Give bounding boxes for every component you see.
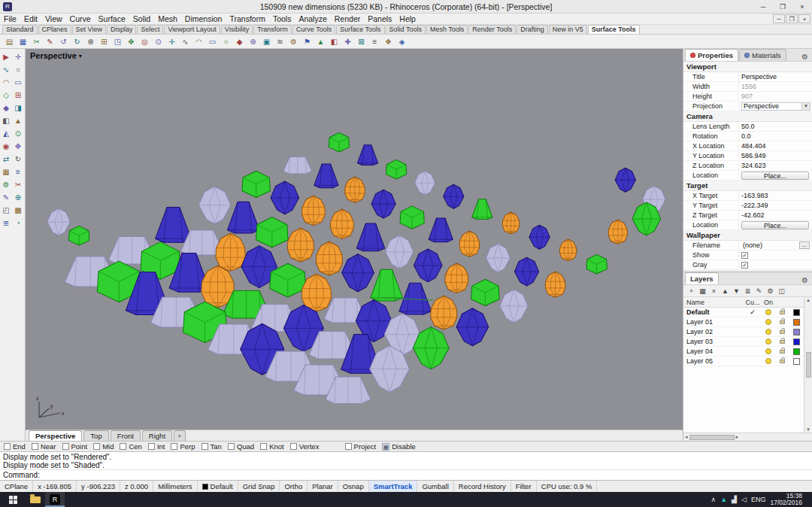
scene-shape-pod[interactable] (559, 239, 576, 261)
scene-shape-gem[interactable] (271, 181, 298, 214)
toolbar-icon[interactable]: ⊙ (152, 35, 165, 48)
scene-shape-pod[interactable] (445, 263, 468, 293)
sidebar-tool-icon[interactable]: ✎ (0, 191, 12, 203)
viewport-tab-right[interactable]: Right (142, 430, 172, 441)
language-indicator[interactable]: ENG (751, 496, 766, 503)
layer-visibility-toggle[interactable] (762, 348, 775, 354)
sidebar-tool-icon[interactable]: ↻ (12, 153, 24, 165)
menu-curve[interactable]: Curve (66, 14, 95, 23)
sidebar-tool-icon[interactable]: ✂ (12, 178, 24, 190)
menu-dimension[interactable]: Dimension (181, 14, 226, 23)
toolbar-tab-transform[interactable]: Transform (253, 25, 292, 34)
scene-shape-gem[interactable] (371, 190, 395, 218)
scene-shape-box[interactable] (586, 254, 607, 274)
scene-shape-cone[interactable] (357, 145, 377, 165)
toolbar-tab-drafting[interactable]: Drafting (517, 25, 548, 34)
layer-color-swatch[interactable] (789, 348, 804, 355)
sidebar-tool-icon[interactable]: ⚙ (0, 178, 12, 190)
properties-gear-icon[interactable]: ⚙ (799, 53, 810, 61)
toolbar-tab-curve-tools[interactable]: Curve Tools (292, 25, 335, 34)
layer-row-layer-04[interactable]: Layer 04 (683, 347, 804, 357)
scene-shape-gem[interactable] (615, 168, 635, 192)
toolbar-icon[interactable]: ✥ (125, 35, 138, 48)
osnap-near[interactable]: .Near (32, 442, 56, 451)
toolbar-icon[interactable]: ✚ (341, 35, 354, 48)
toolbar-icon[interactable]: ◈ (395, 35, 408, 48)
menu-help[interactable]: Help (395, 14, 420, 23)
layer-lock-toggle[interactable] (775, 340, 789, 344)
layer-row-layer-01[interactable]: Layer 01 (683, 317, 804, 327)
scene-shape-gem[interactable] (414, 249, 441, 282)
toolbar-icon[interactable]: ≡ (368, 35, 381, 48)
viewport-title[interactable]: Perspective ▾ (30, 51, 82, 60)
layer-visibility-toggle[interactable] (762, 309, 775, 315)
layers-toolbar-icon[interactable]: ▼ (732, 287, 741, 295)
toggle-grid-snap[interactable]: Grid Snap (238, 481, 280, 492)
toolbar-tab-display[interactable]: Display (107, 25, 137, 34)
viewport-new-tab-button[interactable]: + (174, 430, 186, 441)
toolbar-icon[interactable]: ✎ (44, 35, 56, 48)
taskbar-clock[interactable]: 15:38 17/02/2016 (770, 493, 802, 506)
toolbar-icon[interactable]: ▤ (3, 35, 16, 48)
restore-button[interactable]: ❐ (773, 0, 792, 13)
toolbar-tab-solid-tools[interactable]: Solid Tools (386, 25, 426, 34)
tab-properties[interactable]: Properties (685, 49, 738, 61)
scene-shape-gem[interactable] (385, 235, 413, 269)
toolbar-icon[interactable]: ▣ (260, 35, 273, 48)
layer-visibility-toggle[interactable] (762, 339, 775, 345)
layer-visibility-toggle[interactable] (762, 319, 775, 325)
toolbar-icon[interactable]: ◎ (138, 35, 151, 48)
scene-shape-box[interactable] (256, 217, 289, 247)
scrollbar-thumb[interactable] (806, 352, 811, 378)
projection-dropdown[interactable]: Perspective▾ (741, 102, 810, 111)
toolbar-icon[interactable]: ⊠ (355, 35, 368, 48)
sidebar-tool-icon[interactable]: ≡ (12, 165, 24, 178)
status-cplane[interactable]: CPlane (0, 481, 33, 492)
tray-tray-app-icon[interactable]: ▲ (720, 496, 727, 503)
toolbar-tab-cplanes[interactable]: CPlanes (38, 25, 71, 34)
scene-shape-cone[interactable] (356, 223, 384, 251)
toolbar-icon[interactable]: ✛ (165, 35, 178, 48)
menu-surface[interactable]: Surface (95, 14, 129, 23)
layer-color-swatch[interactable] (789, 309, 804, 316)
scroll-up-icon[interactable]: ▴ (807, 297, 810, 303)
sidebar-tool-icon[interactable]: ▩ (12, 204, 24, 216)
toolbar-icon[interactable]: ↻ (71, 35, 83, 48)
osnap-knot[interactable]: .Knot (260, 442, 284, 451)
viewport-canvas[interactable]: Perspective ▾ x y z (26, 49, 683, 430)
scrollbar-thumb[interactable] (689, 435, 735, 440)
layers-toolbar-icon[interactable]: ▦ (698, 287, 707, 295)
layers-toolbar-icon[interactable]: ≣ (743, 287, 753, 295)
gray-checkbox[interactable]: ✓ (741, 262, 748, 269)
scene-shape-box[interactable] (386, 159, 406, 179)
layer-lock-toggle[interactable] (775, 350, 789, 354)
scene-shape-gem[interactable] (415, 171, 435, 195)
sidebar-tool-icon[interactable]: ✥ (12, 140, 24, 152)
scene-shape-pod[interactable] (287, 228, 314, 262)
sidebar-tool-icon[interactable]: ≣ (0, 217, 12, 229)
scene-shape-box[interactable] (69, 226, 89, 245)
toggle-smarttrack[interactable]: SmartTrack (369, 481, 418, 492)
status-current-layer[interactable]: Default (198, 481, 238, 492)
scene-shape-box[interactable] (400, 206, 424, 229)
menu-transform[interactable]: Transform (226, 14, 268, 23)
layers-gear-icon[interactable]: ⚙ (799, 276, 810, 284)
sidebar-tool-icon[interactable]: ◭ (0, 127, 12, 139)
layer-lock-toggle[interactable] (775, 360, 789, 363)
status-z-coordinate[interactable]: z 0.000 (120, 481, 153, 492)
osnap-perp[interactable]: .Perp (171, 442, 195, 451)
toolbar-tab-set-view[interactable]: Set View (72, 25, 106, 34)
scroll-right-icon[interactable]: ▸ (736, 434, 739, 440)
sidebar-tool-icon[interactable]: ⊞ (12, 89, 24, 101)
scene-shape-gem[interactable] (529, 225, 550, 249)
start-button[interactable] (0, 492, 26, 507)
viewport-tab-perspective[interactable]: Perspective (29, 430, 82, 441)
layer-lock-toggle[interactable] (775, 311, 789, 314)
menu-view[interactable]: View (41, 14, 66, 23)
osnap-end[interactable]: .End (4, 442, 26, 451)
toolbar-icon[interactable]: ⊞ (98, 35, 111, 48)
sidebar-tool-icon[interactable]: ○ (12, 63, 24, 75)
osnap-tan[interactable]: .Tan (201, 442, 222, 451)
menu-solid[interactable]: Solid (129, 14, 154, 23)
menu-render[interactable]: Render (331, 14, 364, 23)
